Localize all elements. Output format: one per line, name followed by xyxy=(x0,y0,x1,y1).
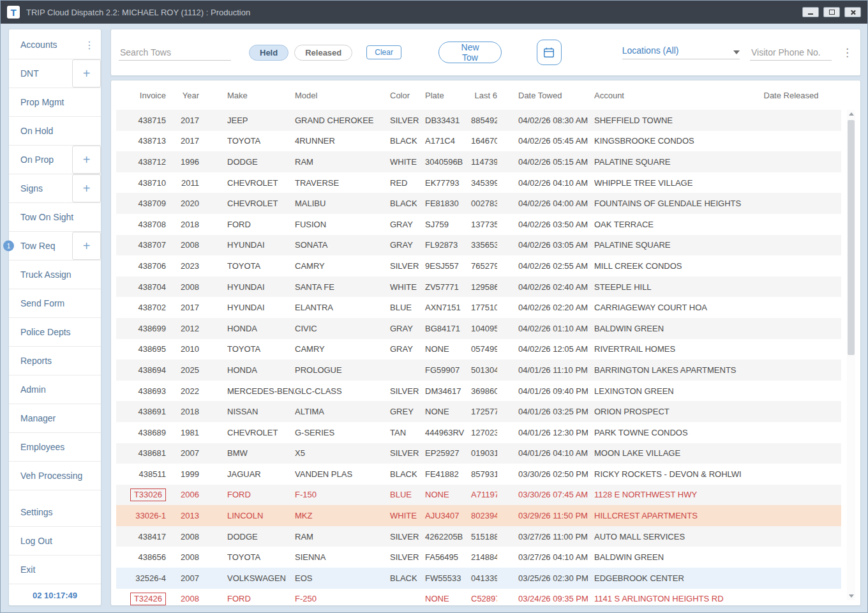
sidebar-item-label: Reports xyxy=(20,356,52,366)
column-header-invoice[interactable]: Invoice xyxy=(116,91,166,100)
column-header-account[interactable]: Account xyxy=(594,91,741,100)
table-row-32526-4[interactable]: 32526-42007VOLKSWAGENEOSBLACKFW555330413… xyxy=(116,568,841,589)
column-header-last6[interactable]: Last 6 xyxy=(471,91,497,100)
sidebar-item-tow-req[interactable]: Tow Req xyxy=(9,232,72,260)
scroll-down-button[interactable] xyxy=(847,592,855,600)
sidebar-item-veh-processing[interactable]: Veh Processing xyxy=(9,462,101,490)
cell-color: GRAY xyxy=(390,220,425,229)
table-row-438704[interactable]: 4387042008HYUNDAISANTA FEWHITEZV57771129… xyxy=(116,276,841,298)
add-on-prop-button[interactable]: + xyxy=(72,146,101,174)
cell-towed: 04/02/26 05:45 AM xyxy=(497,136,594,146)
cell-model: RAM xyxy=(295,532,390,541)
table-row-438511[interactable]: 4385111999JAGUARVANDEN PLASBLACKFE418828… xyxy=(116,464,841,485)
cell-towed: 03/27/26 11:00 PM xyxy=(497,532,594,541)
table-row-438702[interactable]: 4387022017HYUNDAIELANTRABLUEAXN715117751… xyxy=(116,297,841,318)
cell-last6: 501304 xyxy=(471,365,497,375)
table-row-438699[interactable]: 4386992012HONDACIVICGRAYBG8417110409504/… xyxy=(116,318,841,339)
cell-towed: 04/02/26 02:20 AM xyxy=(497,303,594,312)
kebab-menu-icon[interactable]: ⋮ xyxy=(82,39,97,51)
table-row-438693[interactable]: 4386932022MERCEDES-BENZGLC-CLASSSILVERDM… xyxy=(116,381,841,402)
sidebar-item-admin[interactable]: Admin xyxy=(9,375,101,404)
maximize-button[interactable] xyxy=(823,7,840,17)
table-row-438689[interactable]: 4386891981CHEVROLETG-SERIESTAN444963RV12… xyxy=(116,422,841,443)
held-toggle-button[interactable]: Held xyxy=(249,45,288,61)
cell-invoice: 438699 xyxy=(116,324,166,333)
scrollbar-thumb[interactable] xyxy=(848,120,855,355)
column-header-towed[interactable]: Date Towed xyxy=(497,91,594,100)
sidebar-item-tow-on-sight[interactable]: Tow On Sight xyxy=(9,203,101,231)
sidebar-item-signs[interactable]: Signs xyxy=(9,174,72,202)
sidebar-item-log-out[interactable]: Log Out xyxy=(9,527,101,555)
sidebar-item-manager[interactable]: Manager xyxy=(9,404,101,432)
search-input[interactable] xyxy=(119,45,231,61)
locations-dropdown[interactable]: Locations (All) xyxy=(622,45,740,59)
table-row-438656[interactable]: 4386562008TOYOTASIENNASILVERFA5649521488… xyxy=(116,547,841,568)
close-button[interactable] xyxy=(844,7,861,17)
sidebar-item-employees[interactable]: Employees xyxy=(9,433,101,461)
table-row-438694[interactable]: 4386942025HONDAPROLOGUEFG5990750130404/0… xyxy=(116,359,841,381)
sidebar-item-police-depts[interactable]: Police Depts xyxy=(9,318,101,346)
table-row-438707[interactable]: 4387072008HYUNDAISONATAGRAYFL92873335653… xyxy=(116,235,841,256)
sidebar-item-truck-assign[interactable]: Truck Assign xyxy=(9,261,101,289)
column-header-plate[interactable]: Plate xyxy=(425,91,471,100)
sidebar-item-settings[interactable]: Settings xyxy=(9,498,101,526)
minimize-button[interactable] xyxy=(802,7,819,17)
table-row-438706[interactable]: 4387062023TOYOTACAMRYSILVER9ESJ557765279… xyxy=(116,255,841,276)
released-toggle-button[interactable]: Released xyxy=(294,45,352,61)
table-row-438695[interactable]: 4386952010TOYOTACAMRYGRAYNONE05749904/02… xyxy=(116,339,841,360)
cell-invoice: 438681 xyxy=(116,448,166,458)
table-row-438681[interactable]: 4386812007BMWX5SILVEREP2592701903104/01/… xyxy=(116,443,841,464)
column-header-make[interactable]: Make xyxy=(199,91,295,100)
column-header-color[interactable]: Color xyxy=(390,91,425,100)
table-row-438712[interactable]: 4387121996DODGERAMWHITE3040596B11473904/… xyxy=(116,151,841,172)
toolbar-kebab-menu[interactable]: ⋮ xyxy=(842,46,853,59)
column-header-released[interactable]: Date Released xyxy=(741,91,841,100)
sidebar-item-exit[interactable]: Exit xyxy=(9,556,101,584)
column-header-model[interactable]: Model xyxy=(295,91,390,100)
sidebar-item-on-hold[interactable]: On Hold xyxy=(9,117,101,145)
add-tow-req-button[interactable]: + xyxy=(72,232,101,260)
cell-last6: 172577 xyxy=(471,407,497,416)
clear-button[interactable]: Clear xyxy=(366,45,401,59)
table-row-T33026[interactable]: T330262006FORDF-150BLUENONEA7119703/30/2… xyxy=(116,485,841,506)
new-tow-button[interactable]: New Tow xyxy=(438,42,502,63)
table-row-438713[interactable]: 4387132017TOYOTA4RUNNERBLACKA171C4164670… xyxy=(116,131,841,152)
sidebar-item-prop-mgmt[interactable]: Prop Mgmt xyxy=(9,88,101,116)
cell-invoice: 438704 xyxy=(116,282,166,292)
sidebar-item-on-prop[interactable]: On Prop xyxy=(9,146,72,174)
cell-plate: A171C4 xyxy=(425,136,471,146)
table-row-438715[interactable]: 4387152017JEEPGRAND CHEROKEESILVERDB3343… xyxy=(116,110,841,131)
cell-model: TRAVERSE xyxy=(295,178,390,188)
cell-towed: 04/02/26 05:15 AM xyxy=(497,157,594,167)
cell-last6: 041339 xyxy=(471,573,497,583)
table-row-438710[interactable]: 4387102011CHEVROLETTRAVERSEREDEK77793345… xyxy=(116,172,841,193)
cell-year: 2008 xyxy=(166,532,199,541)
sidebar-item-dnt[interactable]: DNT xyxy=(9,59,72,87)
table-row-438417[interactable]: 4384172008DODGERAMSILVER4262205B51518803… xyxy=(116,526,841,547)
sidebar-item-label: Prop Mgmt xyxy=(20,97,64,107)
cell-account: CARRIAGEWAY COURT HOA xyxy=(594,303,741,312)
cell-towed: 04/02/26 04:10 AM xyxy=(497,178,594,188)
vertical-scrollbar[interactable] xyxy=(847,110,855,600)
cell-invoice: 438713 xyxy=(116,136,166,146)
visitor-phone-input[interactable] xyxy=(750,45,832,61)
sidebar-item-label: Veh Processing xyxy=(20,471,82,481)
table-row-438708[interactable]: 4387082018FORDFUSIONGRAYSJ75913773504/02… xyxy=(116,214,841,235)
scroll-up-button[interactable] xyxy=(847,110,855,118)
add-signs-button[interactable]: + xyxy=(72,174,101,202)
add-dnt-button[interactable]: + xyxy=(72,59,101,87)
table-row-33026-1[interactable]: 33026-12013LINCOLNMKZWHITEAJU34078023940… xyxy=(116,505,841,526)
column-header-year[interactable]: Year xyxy=(166,91,199,100)
sidebar-item-send-form[interactable]: Send Form xyxy=(9,289,101,317)
sidebar-item-label: Admin xyxy=(20,384,46,395)
cell-make: LINCOLN xyxy=(199,511,295,520)
cell-plate: FW55533 xyxy=(425,573,471,583)
sidebar-item-reports[interactable]: Reports xyxy=(9,347,101,375)
table-row-T32426[interactable]: T324262008FORDF-250NONEC5289703/24/26 09… xyxy=(116,589,841,606)
calendar-button[interactable] xyxy=(537,40,562,65)
table-row-438691[interactable]: 4386912018NISSANALTIMAGREYNONE17257704/0… xyxy=(116,401,841,422)
sidebar-item-accounts[interactable]: Accounts⋮ xyxy=(9,31,101,59)
cell-invoice: 438511 xyxy=(116,469,166,479)
sidebar-nav: Accounts⋮DNT+Prop MgmtOn HoldOn Prop+Sig… xyxy=(9,31,101,584)
table-row-438709[interactable]: 4387092020CHEVROLETMALIBUBLACKFE81830002… xyxy=(116,193,841,214)
